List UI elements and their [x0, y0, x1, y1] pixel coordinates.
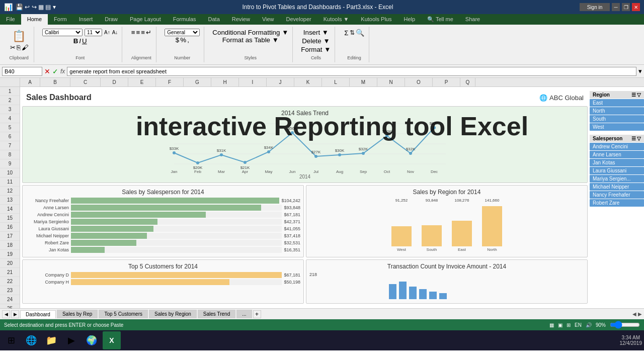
tab-home[interactable]: Home	[21, 14, 48, 25]
tab-kutools[interactable]: Kutools ▼	[317, 14, 355, 25]
tab-sales-by-rep[interactable]: Sales by Rep	[57, 310, 98, 318]
formula-expand-button[interactable]: ▾	[638, 67, 642, 75]
filter-item-nancy[interactable]: Nancy Freehafer	[590, 191, 644, 199]
salesperson-filter-list-icon[interactable]: ☰	[631, 136, 636, 141]
col-C[interactable]: C	[70, 78, 101, 86]
col-K[interactable]: K	[294, 78, 322, 86]
add-sheet-button[interactable]: +	[253, 310, 261, 318]
region-filter-funnel-icon[interactable]: ▽	[637, 92, 641, 98]
excel-taskbar-button[interactable]: X	[103, 331, 121, 349]
filter-item-anne[interactable]: Anne Larsen	[590, 151, 644, 158]
filter-item-south[interactable]: South	[590, 115, 644, 123]
file-explorer-button[interactable]: 📁	[42, 331, 60, 349]
tab-share[interactable]: Share	[459, 14, 486, 25]
region-filter-list-icon[interactable]: ☰	[631, 92, 636, 98]
percent-button[interactable]: %	[180, 36, 186, 44]
filter-item-michael[interactable]: Michael Neipper	[590, 183, 644, 191]
col-F[interactable]: F	[156, 78, 184, 86]
confirm-formula-button[interactable]: ✓	[52, 67, 58, 75]
format-button[interactable]: Format ▼	[301, 46, 331, 53]
currency-button[interactable]: $	[176, 36, 179, 44]
tab-sales-trend[interactable]: Sales Trend	[198, 310, 235, 318]
tab-kutools-plus[interactable]: Kutools Plus	[355, 14, 397, 25]
col-Q[interactable]: Q	[460, 78, 475, 86]
filter-item-mariya[interactable]: Mariya Sergien...	[590, 175, 644, 183]
tab-formulas[interactable]: Formulas	[167, 14, 202, 25]
col-I[interactable]: I	[239, 78, 267, 86]
align-right-button[interactable]: ≡	[141, 29, 145, 36]
media-button[interactable]: ▶	[62, 331, 80, 349]
col-J[interactable]: J	[267, 78, 294, 86]
cut-button[interactable]: ✂	[10, 44, 16, 51]
col-P[interactable]: P	[433, 78, 460, 86]
tab-form[interactable]: Form	[48, 14, 73, 25]
italic-button[interactable]: I	[79, 37, 81, 45]
col-O[interactable]: O	[405, 78, 433, 86]
format-painter-button[interactable]: 🖌	[22, 44, 28, 51]
view-normal-icon[interactable]: ▦	[549, 322, 554, 328]
filter-item-andrew[interactable]: Andrew Cencini	[590, 143, 644, 150]
filter-item-north[interactable]: North	[590, 107, 644, 115]
delete-button[interactable]: Delete ▼	[301, 37, 331, 45]
comma-button[interactable]: ,	[187, 36, 189, 44]
tab-data[interactable]: Data	[202, 14, 226, 25]
col-L[interactable]: L	[322, 78, 350, 86]
col-B[interactable]: B	[40, 78, 70, 86]
underline-button[interactable]: U	[82, 37, 87, 45]
filter-item-jan[interactable]: Jan Kotas	[590, 159, 644, 166]
tab-top-customers[interactable]: Top 5 Customers	[99, 310, 148, 318]
sort-filter-button[interactable]: ⇅	[350, 29, 355, 37]
view-layout-icon[interactable]: ▣	[558, 322, 562, 328]
filter-item-robert[interactable]: Robert Zare	[590, 199, 644, 207]
bold-button[interactable]: B	[73, 37, 78, 45]
scroll-left-button[interactable]: ◀	[2, 310, 10, 318]
close-button[interactable]: ✕	[632, 3, 640, 11]
copy-button[interactable]: ⎘	[17, 44, 21, 51]
insert-button[interactable]: Insert ▼	[301, 29, 331, 36]
browser-button[interactable]: 🌐	[22, 331, 40, 349]
tab-more[interactable]: ...	[236, 310, 252, 318]
tab-help[interactable]: Help	[397, 14, 421, 25]
sign-in-button[interactable]: Sign in	[580, 3, 610, 11]
tab-review[interactable]: Review	[226, 14, 256, 25]
tab-sales-by-region[interactable]: Sales by Region	[149, 310, 197, 318]
tab-tell-me[interactable]: 🔍 Tell me	[421, 14, 459, 25]
col-H[interactable]: H	[211, 78, 239, 86]
chrome-button[interactable]: 🌍	[83, 331, 101, 349]
salesperson-filter-funnel-icon[interactable]: ▽	[637, 136, 641, 141]
tab-draw[interactable]: Draw	[99, 14, 124, 25]
conditional-formatting-button[interactable]: Conditional Formatting ▼	[212, 29, 288, 36]
tab-view[interactable]: View	[256, 14, 280, 25]
filter-item-west[interactable]: West	[590, 123, 644, 131]
minimize-button[interactable]: ─	[612, 3, 620, 11]
filter-item-east[interactable]: East	[590, 99, 644, 107]
format-as-table-button[interactable]: Format as Table ▼	[222, 36, 279, 44]
col-D[interactable]: D	[101, 78, 128, 86]
col-A[interactable]: A	[20, 78, 40, 86]
start-button[interactable]: ⊞	[2, 331, 20, 349]
col-M[interactable]: M	[350, 78, 377, 86]
tab-developer[interactable]: Developer	[280, 14, 317, 25]
wrap-text-button[interactable]: ↵	[146, 29, 151, 36]
tab-dashboard[interactable]: Dashboard	[20, 310, 56, 318]
align-center-button[interactable]: ≡	[136, 29, 140, 36]
paste-button[interactable]: 📋	[11, 29, 27, 44]
name-box[interactable]	[2, 67, 42, 76]
tab-file[interactable]: File	[0, 14, 21, 25]
filter-item-laura[interactable]: Laura Giussani	[590, 167, 644, 174]
scroll-right-button[interactable]: ▶	[11, 310, 19, 318]
cancel-formula-button[interactable]: ✕	[44, 67, 50, 75]
col-E[interactable]: E	[128, 78, 156, 86]
view-page-break-icon[interactable]: ⊞	[567, 322, 571, 328]
grow-font-button[interactable]: A↑	[104, 29, 110, 36]
zoom-slider[interactable]	[610, 322, 640, 327]
col-N[interactable]: N	[377, 78, 405, 86]
font-family-select[interactable]: Calibri	[42, 29, 83, 36]
shrink-font-button[interactable]: A↓	[112, 29, 118, 36]
autosum-button[interactable]: Σ	[344, 29, 348, 37]
align-left-button[interactable]: ≡	[131, 29, 135, 36]
sound-icon[interactable]: 🔊	[586, 322, 592, 328]
tab-page-layout[interactable]: Page Layout	[124, 14, 167, 25]
tab-insert[interactable]: Insert	[73, 14, 99, 25]
find-select-button[interactable]: 🔍	[356, 29, 364, 37]
